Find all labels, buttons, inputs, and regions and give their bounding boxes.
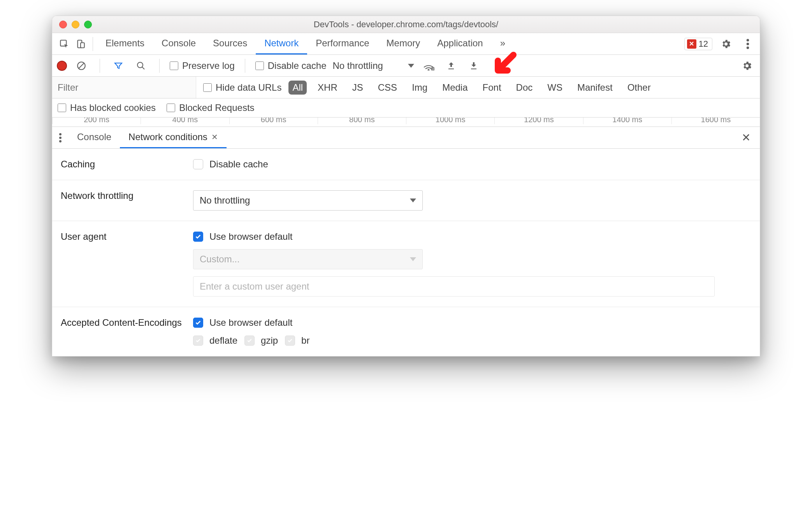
- network-conditions-icon[interactable]: [420, 58, 437, 74]
- type-ws[interactable]: WS: [543, 81, 566, 95]
- svg-point-13: [59, 137, 62, 139]
- tab-label: Sources: [213, 38, 247, 49]
- row-user-agent: User agent Use browser default Custom...: [52, 221, 760, 307]
- network-settings-gear-icon[interactable]: [739, 58, 755, 74]
- filter-row: Hide data URLs All XHR JS CSS Img Media …: [52, 77, 760, 98]
- resource-type-filters: Hide data URLs All XHR JS CSS Img Media …: [196, 81, 655, 95]
- drawer-close-button[interactable]: ✕: [732, 131, 760, 144]
- svg-rect-10: [448, 69, 454, 69]
- timeline-tick: 1600 ms: [671, 118, 760, 124]
- devtools-window: DevTools - developer.chrome.com/tags/dev…: [52, 16, 760, 357]
- user-agent-custom-input[interactable]: [193, 276, 715, 297]
- filter-input[interactable]: [52, 77, 196, 98]
- clear-icon[interactable]: [73, 58, 90, 74]
- tab-elements[interactable]: Elements: [97, 33, 153, 54]
- chevron-down-icon: [408, 64, 414, 68]
- user-agent-default-checkbox[interactable]: Use browser default: [193, 231, 751, 242]
- has-blocked-cookies-checkbox[interactable]: Has blocked cookies: [58, 102, 156, 113]
- tab-label: Performance: [316, 38, 369, 49]
- chevron-down-icon: [410, 199, 416, 202]
- kebab-menu-icon[interactable]: [740, 36, 756, 52]
- tab-console[interactable]: Console: [153, 33, 204, 54]
- tab-application[interactable]: Application: [429, 33, 491, 54]
- throttling-value: No throttling: [200, 195, 250, 206]
- drawer-tab-network-conditions[interactable]: Network conditions ✕: [120, 127, 227, 148]
- panel-tabs-right: ✕ 12: [684, 36, 756, 52]
- type-css[interactable]: CSS: [374, 81, 401, 95]
- disable-cache-text: Disable cache: [209, 159, 268, 170]
- svg-point-14: [59, 140, 62, 142]
- throttling-select[interactable]: No throttling: [332, 60, 414, 71]
- type-doc[interactable]: Doc: [512, 81, 537, 95]
- user-agent-default-text: Use browser default: [209, 231, 292, 242]
- svg-rect-11: [471, 69, 476, 69]
- type-all[interactable]: All: [288, 81, 307, 95]
- disable-cache-checkbox[interactable]: Disable cache: [193, 159, 751, 170]
- has-blocked-cookies-label: Has blocked cookies: [70, 102, 156, 113]
- type-xhr[interactable]: XHR: [314, 81, 341, 95]
- tab-label: Elements: [105, 38, 144, 49]
- svg-point-3: [747, 39, 749, 42]
- type-manifest[interactable]: Manifest: [573, 81, 617, 95]
- type-media[interactable]: Media: [438, 81, 471, 95]
- disable-cache-input[interactable]: [255, 61, 264, 70]
- preserve-log-label: Preserve log: [182, 60, 235, 71]
- divider: [100, 59, 100, 73]
- throttling-dropdown[interactable]: No throttling: [193, 190, 423, 211]
- preserve-log-checkbox[interactable]: Preserve log: [170, 60, 235, 71]
- chevron-down-icon: [410, 257, 416, 261]
- tab-label: Network: [264, 38, 299, 49]
- checkbox-icon: [193, 159, 203, 169]
- disable-cache-checkbox[interactable]: Disable cache: [255, 60, 327, 71]
- disable-cache-label: Disable cache: [268, 60, 327, 71]
- row-encodings: Accepted Content-Encodings Use browser d…: [52, 307, 760, 356]
- svg-point-12: [59, 133, 62, 135]
- upload-icon[interactable]: [443, 58, 459, 74]
- window-title: DevTools - developer.chrome.com/tags/dev…: [52, 19, 760, 30]
- drawer-tab-console[interactable]: Console: [69, 127, 120, 148]
- encoding-options: deflate gzip br: [193, 335, 751, 346]
- divider: [159, 59, 160, 73]
- has-blocked-cookies-input[interactable]: [58, 104, 66, 112]
- errors-badge[interactable]: ✕ 12: [684, 38, 712, 50]
- encoding-br: br: [285, 335, 309, 346]
- checkbox-icon: [193, 318, 203, 328]
- divider: [93, 37, 93, 51]
- inspect-element-icon[interactable]: [56, 36, 72, 52]
- settings-gear-icon[interactable]: [718, 36, 734, 52]
- encodings-default-checkbox[interactable]: Use browser default: [193, 317, 751, 328]
- encoding-gzip: gzip: [244, 335, 278, 346]
- drawer-tab-label: Network conditions: [128, 132, 207, 142]
- search-icon[interactable]: [133, 58, 149, 74]
- hide-data-urls-input[interactable]: [203, 83, 212, 92]
- network-conditions-pane: Caching Disable cache Network throttling…: [52, 149, 760, 356]
- timeline-tick: 1000 ms: [406, 118, 494, 124]
- blocked-requests-input[interactable]: [167, 104, 175, 112]
- tab-label: Application: [437, 38, 483, 49]
- type-font[interactable]: Font: [479, 81, 505, 95]
- record-button[interactable]: [57, 61, 67, 71]
- type-js[interactable]: JS: [348, 81, 367, 95]
- download-icon[interactable]: [466, 58, 482, 74]
- tab-label: Memory: [387, 38, 420, 49]
- tab-network[interactable]: Network: [256, 33, 307, 54]
- tab-performance[interactable]: Performance: [307, 33, 378, 54]
- drawer-kebab-icon[interactable]: [52, 130, 69, 146]
- more-tabs-button[interactable]: »: [492, 33, 514, 54]
- timeline-tick: 200 ms: [52, 118, 141, 124]
- type-img[interactable]: Img: [408, 81, 431, 95]
- device-toolbar-icon[interactable]: [72, 36, 89, 52]
- close-tab-icon[interactable]: ✕: [211, 132, 218, 142]
- svg-rect-2: [81, 42, 84, 47]
- type-other[interactable]: Other: [624, 81, 655, 95]
- blocked-requests-checkbox[interactable]: Blocked Requests: [167, 102, 254, 113]
- hide-data-urls-checkbox[interactable]: Hide data URLs: [203, 82, 281, 93]
- tab-sources[interactable]: Sources: [204, 33, 256, 54]
- timeline-overview[interactable]: 200 ms 400 ms 600 ms 800 ms 1000 ms 1200…: [52, 118, 760, 127]
- svg-point-7: [137, 62, 143, 68]
- preserve-log-input[interactable]: [170, 61, 178, 70]
- hide-data-urls-label: Hide data URLs: [216, 82, 281, 93]
- tab-memory[interactable]: Memory: [378, 33, 429, 54]
- filter-icon[interactable]: [110, 58, 127, 74]
- filter-row-2: Has blocked cookies Blocked Requests: [52, 98, 760, 118]
